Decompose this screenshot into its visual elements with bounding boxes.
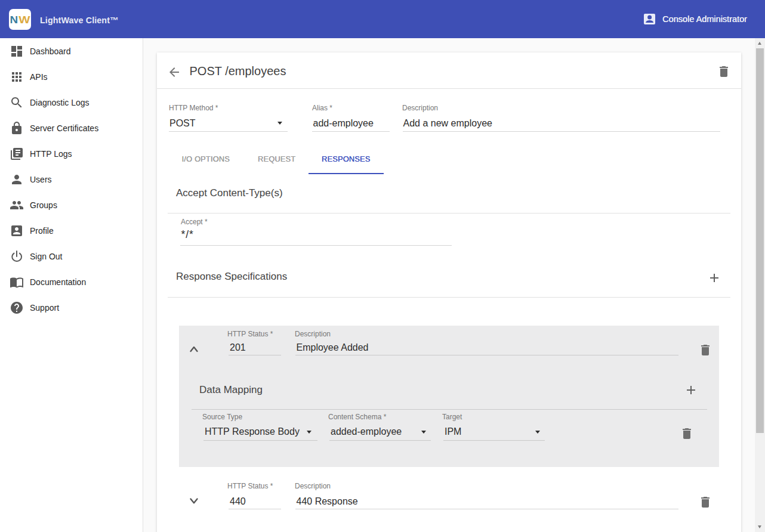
svg-text:W: W: [18, 14, 30, 25]
svg-text:N: N: [10, 14, 18, 25]
